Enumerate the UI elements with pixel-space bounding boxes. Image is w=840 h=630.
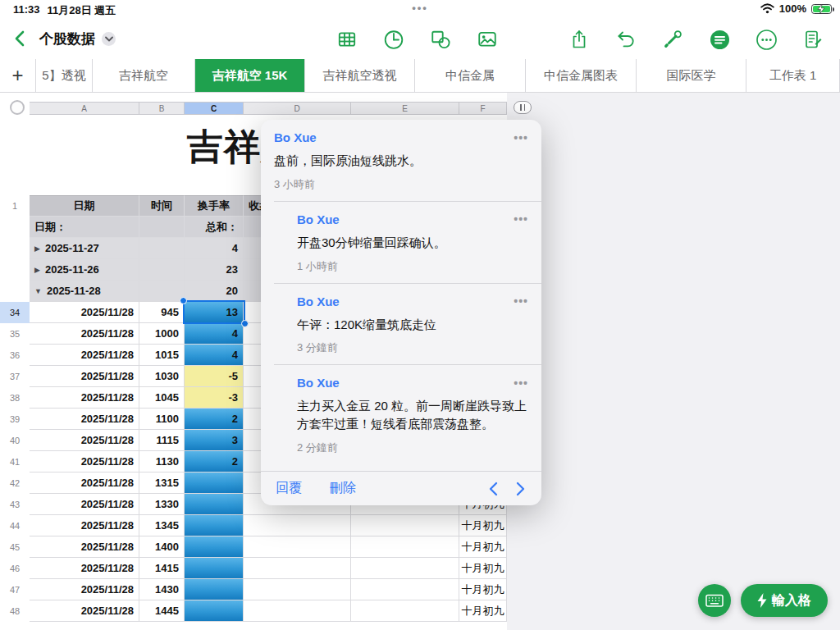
cell-B35[interactable]: 1000: [139, 323, 185, 345]
cell-F48[interactable]: 十月初九: [459, 600, 507, 622]
table-handle[interactable]: [10, 100, 25, 115]
category-row-cell[interactable]: [139, 281, 185, 302]
comment-more-button[interactable]: •••: [514, 377, 528, 390]
cell-C48[interactable]: [185, 600, 244, 622]
category-row-cell[interactable]: ▶2025-11-26: [30, 259, 139, 281]
row-number[interactable]: 47: [0, 579, 30, 600]
category-row-cell[interactable]: [139, 217, 185, 238]
cell-B41[interactable]: 1130: [139, 451, 185, 472]
cell-C35[interactable]: 4: [185, 323, 244, 345]
cell-A35[interactable]: 2025/11/28: [30, 323, 139, 345]
column-header-D[interactable]: D: [244, 102, 351, 115]
cell-C46[interactable]: [185, 558, 244, 579]
cell-A41[interactable]: 2025/11/28: [30, 451, 139, 472]
cell-A43[interactable]: 2025/11/28: [30, 494, 139, 515]
delete-button[interactable]: 刪除: [330, 480, 356, 497]
cell-E45[interactable]: [351, 536, 459, 558]
cell-C38[interactable]: -3: [185, 387, 244, 409]
cell-B45[interactable]: 1400: [139, 536, 185, 558]
category-row-cell[interactable]: 总和：: [185, 217, 244, 238]
cell-A38[interactable]: 2025/11/28: [30, 387, 139, 409]
cell-B34[interactable]: 945: [139, 302, 185, 323]
row-number[interactable]: 35: [0, 323, 30, 345]
reply-button[interactable]: 回覆: [276, 480, 302, 497]
cell-selection[interactable]: [183, 300, 245, 324]
comment-more-button[interactable]: •••: [514, 131, 528, 144]
disclosure-open-icon[interactable]: ▼: [34, 287, 42, 295]
cell-E47[interactable]: [351, 579, 459, 600]
cell-D48[interactable]: [244, 600, 351, 622]
cell-B38[interactable]: 1045: [139, 387, 185, 409]
cell-A40[interactable]: 2025/11/28: [30, 430, 139, 451]
cell-D45[interactable]: [244, 536, 351, 558]
cell-C44[interactable]: [185, 515, 244, 536]
category-row-cell[interactable]: ▼2025-11-28: [30, 281, 139, 302]
category-row-cell[interactable]: [139, 259, 185, 281]
cell-C47[interactable]: [185, 579, 244, 600]
cell-D44[interactable]: [244, 515, 351, 536]
cell-B48[interactable]: 1445: [139, 600, 185, 622]
category-row-cell[interactable]: 23: [185, 259, 244, 281]
cell-D46[interactable]: [244, 558, 351, 579]
cell-B42[interactable]: 1315: [139, 472, 185, 494]
cell-C42[interactable]: [185, 472, 244, 494]
cell-input-button[interactable]: 輸入格: [741, 584, 828, 617]
previous-comment-button[interactable]: [487, 481, 499, 497]
cell-A39[interactable]: 2025/11/28: [30, 409, 139, 430]
header-cell-B[interactable]: 时间: [139, 195, 185, 217]
cell-A44[interactable]: 2025/11/28: [30, 515, 139, 536]
selection-handle-bottom-right[interactable]: [241, 320, 249, 327]
cell-A48[interactable]: 2025/11/28: [30, 600, 139, 622]
category-row-cell[interactable]: 20: [185, 281, 244, 302]
cell-B47[interactable]: 1430: [139, 579, 185, 600]
keyboard-button[interactable]: [698, 584, 731, 617]
cell-E48[interactable]: [351, 600, 459, 622]
row-number[interactable]: 38: [0, 387, 30, 409]
cell-A42[interactable]: 2025/11/28: [30, 472, 139, 494]
column-header-F[interactable]: F: [459, 102, 507, 115]
row-number[interactable]: 1: [0, 195, 30, 217]
cell-F47[interactable]: 十月初九: [459, 579, 507, 600]
row-number[interactable]: 45: [0, 536, 30, 558]
cell-F46[interactable]: 十月初九: [459, 558, 507, 579]
cell-B39[interactable]: 1100: [139, 409, 185, 430]
cell-C45[interactable]: [185, 536, 244, 558]
category-row-cell[interactable]: 4: [185, 238, 244, 259]
cell-B43[interactable]: 1330: [139, 494, 185, 515]
cell-C40[interactable]: 3: [185, 430, 244, 451]
cell-A36[interactable]: 2025/11/28: [30, 345, 139, 366]
cell-A37[interactable]: 2025/11/28: [30, 366, 139, 387]
cell-D47[interactable]: [244, 579, 351, 600]
column-header-B[interactable]: B: [139, 102, 185, 115]
cell-E44[interactable]: [351, 515, 459, 536]
cell-B46[interactable]: 1415: [139, 558, 185, 579]
header-cell-A[interactable]: 日期: [30, 195, 139, 217]
add-column-handle[interactable]: [514, 101, 532, 114]
cell-E46[interactable]: [351, 558, 459, 579]
row-number[interactable]: 39: [0, 409, 30, 430]
column-header-E[interactable]: E: [351, 102, 459, 115]
disclosure-closed-icon[interactable]: ▶: [34, 244, 40, 253]
category-row-cell[interactable]: [139, 238, 185, 259]
category-row-cell[interactable]: ▶2025-11-27: [30, 238, 139, 259]
header-cell-C[interactable]: 换手率: [185, 195, 244, 217]
cell-B37[interactable]: 1030: [139, 366, 185, 387]
row-number[interactable]: 46: [0, 558, 30, 579]
cell-F45[interactable]: 十月初九: [459, 536, 507, 558]
cell-A47[interactable]: 2025/11/28: [30, 579, 139, 600]
selection-handle-top-left[interactable]: [180, 297, 187, 304]
cell-A46[interactable]: 2025/11/28: [30, 558, 139, 579]
cell-B44[interactable]: 1345: [139, 515, 185, 536]
disclosure-closed-icon[interactable]: ▶: [34, 266, 40, 274]
cell-C39[interactable]: 2: [185, 409, 244, 430]
column-header-C[interactable]: C: [185, 102, 244, 115]
category-row-cell[interactable]: 日期：: [30, 217, 139, 238]
row-number[interactable]: 37: [0, 366, 30, 387]
cell-C43[interactable]: [185, 494, 244, 515]
row-number[interactable]: 42: [0, 472, 30, 494]
row-number[interactable]: 41: [0, 451, 30, 472]
next-comment-button[interactable]: [515, 481, 527, 497]
cell-C36[interactable]: 4: [185, 345, 244, 366]
comment-more-button[interactable]: •••: [514, 294, 528, 308]
cell-B40[interactable]: 1115: [139, 430, 185, 451]
